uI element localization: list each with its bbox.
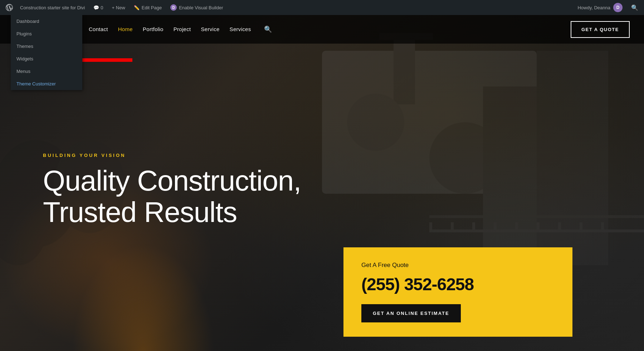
nav-services[interactable]: Services <box>230 26 251 32</box>
divi-icon: D <box>170 4 177 11</box>
get-quote-button[interactable]: GET A QUOTE <box>571 21 630 38</box>
menu-item-themes[interactable]: Themes <box>11 40 82 53</box>
pencil-icon: ✏️ <box>134 5 140 10</box>
menu-item-plugins[interactable]: Plugins <box>11 28 82 40</box>
quote-card: Get A Free Quote (255) 352-6258 GET AN O… <box>343 247 572 337</box>
search-icon[interactable]: 🔍 <box>628 4 641 11</box>
menu-item-menus[interactable]: Menus <box>11 65 82 78</box>
nav-home[interactable]: Home <box>118 26 133 32</box>
svg-rect-19 <box>601 222 604 232</box>
menu-item-widgets[interactable]: Widgets <box>11 53 82 65</box>
website-content: About Blog Contact Home Portfolio Projec… <box>0 15 644 351</box>
hero-title-line2: Trusted Results <box>43 196 237 228</box>
edit-page-button[interactable]: ✏️ Edit Page <box>130 0 166 15</box>
wordpress-logo[interactable] <box>3 0 16 15</box>
new-button[interactable]: + New <box>108 0 130 15</box>
hero-title-line1: Quality Construction, <box>43 165 301 197</box>
nav-project[interactable]: Project <box>174 26 191 32</box>
menu-item-dashboard[interactable]: Dashboard <box>11 15 82 28</box>
howdy-text: Howdy, Deanna <box>577 5 610 10</box>
comment-icon: 💬 <box>93 5 99 10</box>
menu-item-theme-customizer[interactable]: Theme Customizer <box>11 78 82 90</box>
edit-page-label: Edit Page <box>142 5 162 10</box>
hero-title: Quality Construction, Trusted Results <box>43 165 365 228</box>
nav-portfolio[interactable]: Portfolio <box>143 26 164 32</box>
nav-search-icon[interactable]: 🔍 <box>264 26 272 33</box>
avatar: D <box>613 3 623 12</box>
site-nav: About Blog Contact Home Portfolio Projec… <box>0 15 644 44</box>
svg-point-5 <box>347 94 404 151</box>
hero-subtitle: BUILDING YOUR VISION <box>43 153 601 158</box>
user-menu[interactable]: Howdy, Deanna D <box>575 0 625 15</box>
adminbar-right: Howdy, Deanna D 🔍 <box>575 0 641 15</box>
nav-contact[interactable]: Contact <box>89 26 108 32</box>
visual-builder-button[interactable]: D Enable Visual Builder <box>166 0 227 15</box>
visual-builder-label: Enable Visual Builder <box>179 5 223 10</box>
quote-card-phone: (255) 352-6258 <box>361 275 555 294</box>
hero-content: BUILDING YOUR VISION Quality Constructio… <box>43 153 601 242</box>
admin-dropdown-menu: Dashboard Plugins Themes Widgets Menus T… <box>11 15 82 90</box>
estimate-button[interactable]: GET AN ONLINE ESTIMATE <box>361 304 461 322</box>
quote-card-label: Get A Free Quote <box>361 262 555 269</box>
new-label: + New <box>112 5 125 10</box>
site-name[interactable]: Construction starter site for Divi <box>16 0 89 15</box>
comments-count: 0 <box>101 5 103 10</box>
svg-rect-3 <box>394 33 415 104</box>
nav-service[interactable]: Service <box>201 26 219 32</box>
comments-button[interactable]: 💬 0 <box>89 0 107 15</box>
hero-section: About Blog Contact Home Portfolio Projec… <box>0 15 644 351</box>
admin-bar: Construction starter site for Divi 💬 0 +… <box>0 0 644 15</box>
